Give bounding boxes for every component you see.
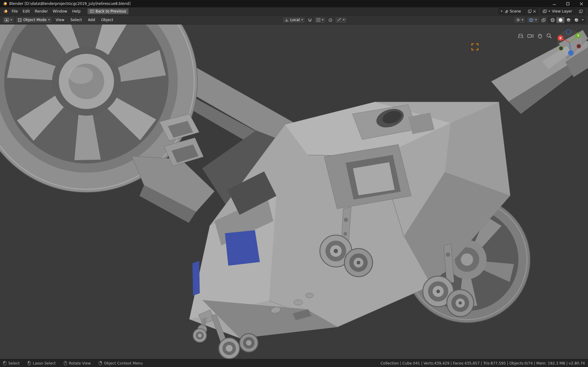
cockpit-window-blue[interactable] bbox=[225, 230, 260, 266]
gizmo-x-label: X bbox=[560, 37, 562, 40]
blender-app-icon bbox=[2, 1, 7, 6]
wireframe-sphere-icon bbox=[550, 18, 555, 22]
transform-orientation-selector[interactable]: Local bbox=[283, 17, 305, 23]
chevron-down-icon bbox=[522, 19, 523, 21]
perspective-toggle-icon[interactable] bbox=[518, 33, 524, 39]
new-view-layer-icon[interactable] bbox=[579, 9, 583, 13]
maximize-button[interactable] bbox=[561, 0, 575, 7]
shading-mode-group bbox=[548, 17, 586, 23]
right-mouse-button-icon bbox=[99, 361, 102, 365]
pan-hand-icon[interactable] bbox=[537, 33, 543, 39]
snap-toggle[interactable] bbox=[306, 17, 313, 23]
gizmo-z-axis[interactable] bbox=[568, 50, 574, 56]
chevron-down-icon bbox=[10, 19, 12, 21]
left-mouse-drag-icon bbox=[28, 361, 31, 365]
top-menu-bar: File Edit Render Window Help Back to Pre… bbox=[0, 7, 588, 16]
back-to-previous-label: Back to Previous bbox=[96, 9, 126, 13]
object-mode-icon bbox=[18, 18, 22, 22]
camera-view-icon[interactable] bbox=[527, 33, 533, 39]
viewport-menu-view[interactable]: View bbox=[53, 17, 67, 23]
magnet-icon bbox=[308, 18, 312, 22]
gizmo-z-neg-axis[interactable] bbox=[566, 30, 571, 34]
back-to-previous-button[interactable]: Back to Previous bbox=[87, 8, 129, 14]
chevron-down-icon bbox=[501, 11, 503, 12]
viewport-menu-add[interactable]: Add bbox=[85, 17, 97, 23]
unlink-scene-icon[interactable] bbox=[533, 10, 536, 13]
shading-material-button[interactable] bbox=[564, 17, 572, 23]
title-bar: Blender [D:\data\Blenderprojects\cgc2019… bbox=[0, 0, 588, 7]
3d-viewport-editor-icon bbox=[5, 18, 9, 22]
workspace-back-icon bbox=[90, 10, 94, 13]
view-layer-selector[interactable]: View Layer bbox=[541, 8, 585, 14]
zoom-icon[interactable] bbox=[546, 33, 552, 39]
show-overlays-toggle[interactable] bbox=[527, 17, 539, 23]
scene-selector[interactable]: Scene bbox=[499, 8, 538, 14]
chevron-down-icon bbox=[343, 19, 345, 21]
chevron-down-icon bbox=[548, 11, 550, 12]
menu-help[interactable]: Help bbox=[70, 8, 83, 14]
chevron-down-icon bbox=[48, 19, 50, 21]
gizmos-icon bbox=[516, 18, 520, 22]
navigation-gizmo[interactable]: X Y bbox=[556, 29, 584, 56]
proportional-editing-toggle[interactable] bbox=[327, 17, 334, 23]
proportional-falloff-selector[interactable] bbox=[335, 17, 347, 23]
side-window-blue[interactable] bbox=[192, 261, 200, 296]
window-title: Blender [D:\data\Blenderprojects\cgc2019… bbox=[9, 2, 548, 6]
viewport-menu-object[interactable]: Object bbox=[99, 17, 116, 23]
editor-type-selector[interactable] bbox=[2, 17, 14, 23]
mode-label: Object Mode bbox=[23, 18, 47, 22]
scene-statistics: Collection | Cube.041 | Verts:439,429 | … bbox=[381, 361, 585, 365]
minimize-icon bbox=[553, 2, 556, 6]
xray-toggle[interactable] bbox=[540, 17, 547, 23]
proportional-editing-icon bbox=[328, 18, 332, 22]
gizmo-x-neg-axis[interactable] bbox=[577, 44, 581, 48]
chevron-down-icon bbox=[301, 19, 303, 21]
orientation-axes-icon bbox=[285, 18, 289, 22]
view-layer-name: View Layer bbox=[552, 9, 578, 13]
blender-logo-icon[interactable] bbox=[2, 9, 8, 14]
gizmo-y-neg-axis[interactable] bbox=[559, 46, 563, 51]
scene-name: Scene bbox=[510, 9, 527, 13]
menu-file[interactable]: File bbox=[9, 8, 20, 14]
fullscreen-region-icon[interactable] bbox=[471, 43, 479, 51]
viewport-header: Object Mode View Select Add Object Local bbox=[0, 16, 588, 24]
solid-sphere-icon bbox=[558, 18, 563, 22]
scene-icon bbox=[504, 9, 508, 13]
minimize-button[interactable] bbox=[548, 0, 561, 7]
xray-icon bbox=[541, 18, 546, 22]
snap-increment-icon bbox=[317, 18, 320, 22]
status-bar: Select Lasso Select Rotate View Object C… bbox=[0, 359, 588, 367]
material-sphere-icon bbox=[566, 18, 571, 22]
shading-rendered-button[interactable] bbox=[572, 17, 580, 23]
toolbar-expand-arrow[interactable] bbox=[1, 26, 4, 31]
view-layer-icon bbox=[543, 9, 547, 13]
new-scene-icon[interactable] bbox=[528, 9, 532, 13]
middle-mouse-button-icon bbox=[64, 361, 67, 365]
shading-wireframe-button[interactable] bbox=[548, 17, 556, 23]
shading-solid-button[interactable] bbox=[556, 17, 564, 23]
3d-viewport[interactable]: X Y bbox=[0, 24, 588, 359]
close-icon bbox=[580, 2, 583, 6]
mode-selector[interactable]: Object Mode bbox=[16, 17, 52, 23]
orientation-label: Local bbox=[290, 18, 300, 22]
3d-viewport-canvas[interactable] bbox=[0, 24, 588, 359]
viewport-menu-select[interactable]: Select bbox=[68, 17, 84, 23]
hint-rotate-view: Rotate View bbox=[64, 361, 91, 365]
menu-window[interactable]: Window bbox=[50, 8, 70, 14]
menu-render[interactable]: Render bbox=[32, 8, 50, 14]
maximize-icon bbox=[566, 2, 570, 6]
chevron-down-icon bbox=[322, 19, 324, 21]
overlays-icon bbox=[529, 18, 533, 22]
chevron-down-icon bbox=[535, 19, 537, 21]
hint-object-context-menu: Object Context Menu bbox=[99, 361, 143, 365]
snap-target-selector[interactable] bbox=[314, 17, 326, 23]
falloff-curve-icon bbox=[337, 18, 341, 22]
rendered-sphere-icon bbox=[574, 18, 579, 22]
chevron-down-icon[interactable] bbox=[582, 19, 584, 21]
close-button[interactable] bbox=[575, 0, 588, 7]
gizmo-y-label: Y bbox=[577, 34, 579, 37]
left-mouse-button-icon bbox=[3, 361, 6, 365]
show-gizmos-toggle[interactable] bbox=[514, 17, 525, 23]
menu-edit[interactable]: Edit bbox=[20, 8, 32, 14]
hint-select: Select bbox=[3, 361, 20, 365]
